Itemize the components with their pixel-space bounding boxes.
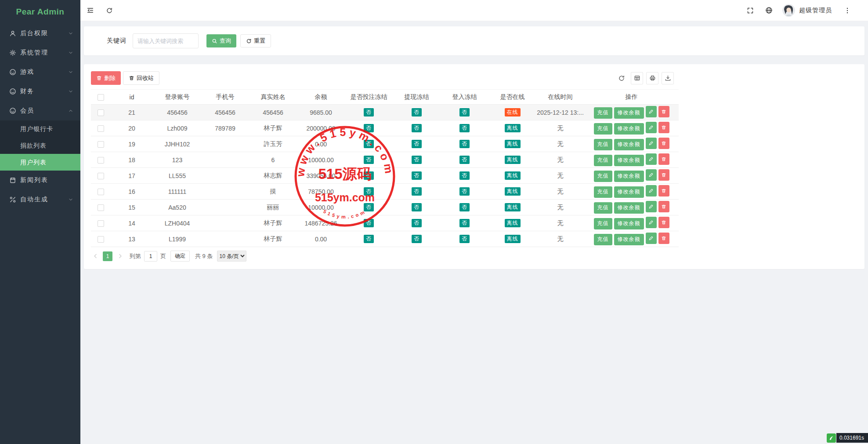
delete-row-button[interactable] (658, 153, 669, 165)
cell-name: 456456 (249, 105, 297, 120)
print-button[interactable] (646, 72, 658, 84)
row-checkbox[interactable] (98, 157, 104, 164)
table-panel: 删除 回收站 id登录账号手机号真实姓名余额是否投注冻结提现冻结登入冻结是否在线… (84, 64, 864, 269)
select-all-checkbox[interactable] (98, 94, 104, 101)
trash-icon (661, 204, 666, 209)
column-filter-button[interactable] (631, 72, 643, 84)
row-checkbox[interactable] (98, 173, 104, 179)
thinkphp-icon[interactable] (827, 433, 836, 443)
recharge-button[interactable]: 充值 (594, 139, 612, 150)
recharge-button[interactable]: 充值 (594, 186, 612, 198)
modify-balance-button[interactable]: 修改余额 (614, 218, 644, 229)
delete-row-button[interactable] (658, 106, 669, 117)
row-checkbox[interactable] (98, 236, 104, 243)
edit-button[interactable] (646, 153, 657, 165)
recycle-bin-button[interactable]: 回收站 (123, 71, 159, 85)
row-checkbox[interactable] (98, 141, 104, 148)
bet-frozen-badge: 否 (364, 219, 374, 227)
row-checkbox[interactable] (98, 204, 104, 211)
edit-button[interactable] (646, 122, 657, 133)
pencil-icon (648, 125, 654, 130)
row-checkbox[interactable] (98, 125, 104, 132)
cell-online-time: 无 (536, 168, 584, 184)
modify-balance-button[interactable]: 修改余额 (614, 155, 644, 166)
withdraw-frozen-badge: 否 (412, 187, 422, 196)
next-page-button[interactable] (116, 251, 124, 261)
user-icon (9, 30, 16, 37)
collapse-sidebar-button[interactable] (80, 0, 100, 21)
sidebar-item-member[interactable]: 会员 (0, 101, 80, 120)
row-checkbox[interactable] (98, 109, 104, 116)
row-checkbox[interactable] (98, 189, 104, 195)
sidebar-item-auto-generate[interactable]: 自动生成 (0, 190, 80, 209)
delete-row-button[interactable] (658, 201, 669, 212)
row-checkbox[interactable] (98, 220, 104, 227)
delete-row-button[interactable] (658, 138, 669, 149)
batch-delete-button[interactable]: 删除 (91, 71, 121, 85)
goto-confirm-button[interactable]: 确定 (170, 251, 190, 262)
goto-page-input[interactable] (144, 251, 157, 262)
modify-balance-button[interactable]: 修改余额 (614, 123, 644, 135)
withdraw-frozen-badge: 否 (412, 124, 422, 132)
edit-button[interactable] (646, 201, 657, 212)
recharge-button[interactable]: 充值 (594, 234, 612, 245)
delete-row-button[interactable] (658, 217, 669, 228)
query-button[interactable]: 查询 (206, 34, 236, 47)
sidebar-item-backend-auth[interactable]: 后台权限 (0, 24, 80, 43)
reset-button[interactable]: 重置 (240, 34, 271, 47)
delete-row-button[interactable] (658, 169, 669, 181)
fullscreen-button[interactable] (741, 0, 760, 21)
recharge-button[interactable]: 充值 (594, 123, 612, 135)
search-input[interactable] (133, 33, 199, 48)
tools-icon (9, 196, 16, 203)
sidebar-item-system-manage[interactable]: 系统管理 (0, 43, 80, 62)
cell-online-time: 无 (536, 184, 584, 200)
user-name[interactable]: 超级管理员 (799, 7, 832, 15)
recharge-button[interactable]: 充值 (594, 171, 612, 182)
sidebar-item-news-list[interactable]: 新闻列表 (0, 171, 80, 190)
table-refresh-button[interactable] (615, 72, 628, 84)
cell-account: JJHH102 (153, 136, 201, 152)
modify-balance-button[interactable]: 修改余额 (614, 202, 644, 214)
recharge-button[interactable]: 充值 (594, 107, 612, 119)
prev-page-button[interactable] (91, 251, 100, 261)
sidebar-item-label: 系统管理 (20, 49, 68, 57)
modify-balance-button[interactable]: 修改余额 (614, 234, 644, 245)
modify-balance-button[interactable]: 修改余额 (614, 171, 644, 182)
export-button[interactable] (662, 72, 674, 84)
cell-bet-frozen: 否 (345, 152, 393, 168)
recharge-button[interactable]: 充值 (594, 155, 612, 166)
table-row: 20Lzh009789789林子辉200000.00否否否离线无充值修改余额 (91, 120, 679, 136)
edit-button[interactable] (646, 233, 657, 244)
more-menu-button[interactable] (838, 0, 857, 21)
edit-button[interactable] (646, 169, 657, 181)
sidebar: Pear Admin 后台权限系统管理游戏财务会员用户银行卡捐款列表用户列表新闻… (0, 0, 80, 444)
delete-row-button[interactable] (658, 122, 669, 133)
delete-row-button[interactable] (658, 185, 669, 197)
sidebar-subitem[interactable]: 用户列表 (0, 154, 80, 171)
cell-name: 林志辉 (249, 168, 297, 184)
cell-actions: 充值修改余额 (584, 200, 679, 215)
sidebar-subitem[interactable]: 用户银行卡 (0, 120, 80, 137)
delete-row-button[interactable] (658, 233, 669, 244)
sidebar-subitem[interactable]: 捐款列表 (0, 137, 80, 154)
modify-balance-button[interactable]: 修改余额 (614, 107, 644, 119)
cell-bet-frozen: 否 (345, 231, 393, 247)
avatar[interactable] (782, 4, 795, 17)
modify-balance-button[interactable]: 修改余额 (614, 186, 644, 198)
page-number-active[interactable]: 1 (103, 251, 112, 261)
refresh-page-button[interactable] (100, 0, 119, 21)
edit-button[interactable] (646, 185, 657, 197)
sidebar-item-finance[interactable]: 财务 (0, 82, 80, 101)
language-button[interactable] (760, 0, 778, 21)
edit-button[interactable] (646, 217, 657, 228)
modify-balance-button[interactable]: 修改余额 (614, 139, 644, 150)
edit-button[interactable] (646, 106, 657, 117)
recharge-button[interactable]: 充值 (594, 218, 612, 229)
recharge-button[interactable]: 充值 (594, 202, 612, 214)
collapse-icon (87, 7, 94, 14)
page-size-select[interactable]: 10 条/页 (217, 251, 246, 262)
sidebar-item-game[interactable]: 游戏 (0, 62, 80, 82)
edit-button[interactable] (646, 138, 657, 149)
online-status-badge: 离线 (505, 187, 521, 196)
